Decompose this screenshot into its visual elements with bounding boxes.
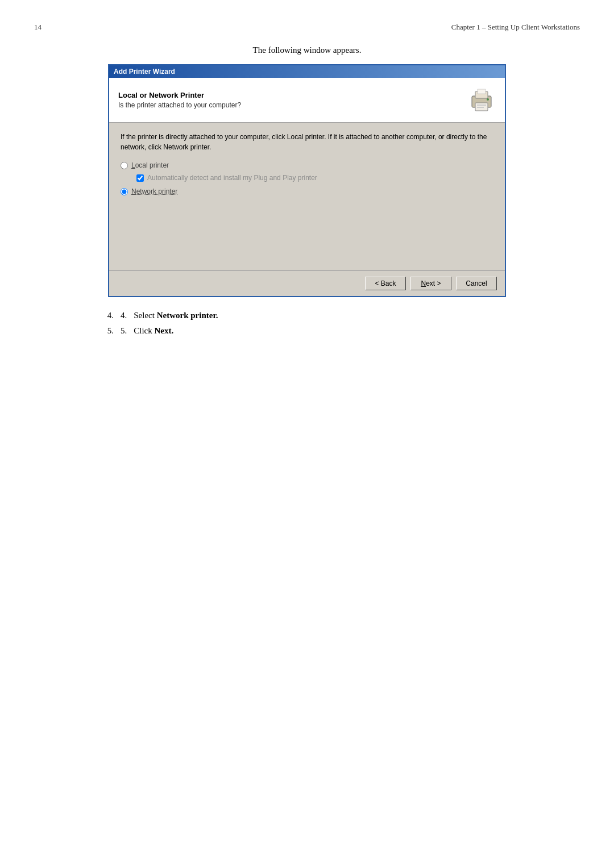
auto-detect-label: Automatically detect and install my Plug…	[147, 174, 317, 182]
network-printer-radio[interactable]	[121, 188, 128, 195]
svg-rect-3	[477, 105, 486, 106]
auto-detect-checkbox[interactable]	[136, 174, 144, 182]
cancel-button[interactable]: Cancel	[456, 277, 497, 290]
back-button[interactable]: < Back	[365, 277, 406, 290]
page-header: 14 Chapter 1 – Setting Up Client Worksta…	[34, 23, 580, 32]
instructions: 4. Select Network printer. 5. Click Next…	[34, 311, 580, 336]
chapter-title: Chapter 1 – Setting Up Client Workstatio…	[451, 23, 580, 32]
svg-point-5	[487, 98, 489, 101]
dialog-content: If the printer is directly attached to y…	[109, 123, 505, 270]
dialog-header-text: Local or Network Printer Is the printer …	[118, 91, 241, 109]
auto-detect-option[interactable]: Automatically detect and install my Plug…	[136, 174, 493, 182]
dialog-header-section: Local or Network Printer Is the printer …	[109, 78, 505, 123]
local-printer-option[interactable]: Local printer	[121, 161, 493, 169]
network-printer-label[interactable]: Network printer	[131, 187, 177, 195]
dialog-titlebar: Add Printer Wizard	[109, 65, 505, 78]
local-printer-label[interactable]: Local printer	[131, 161, 169, 169]
add-printer-wizard-dialog: Add Printer Wizard Local or Network Prin…	[108, 64, 506, 297]
instruction-step-5: 5. Click Next.	[102, 326, 580, 336]
instruction-step-4: 4. Select Network printer.	[102, 311, 580, 320]
intro-text: The following window appears.	[34, 45, 580, 55]
instruction-list: 4. Select Network printer. 5. Click Next…	[102, 311, 580, 336]
printer-icon	[467, 86, 496, 114]
network-printer-option[interactable]: Network printer	[121, 187, 493, 195]
dialog-footer: < Back Next > Cancel	[109, 270, 505, 296]
svg-rect-4	[477, 107, 484, 108]
dialog-title: Add Printer Wizard	[114, 68, 175, 76]
dialog-description: If the printer is directly attached to y…	[121, 132, 493, 152]
local-printer-radio[interactable]	[121, 162, 128, 169]
next-button[interactable]: Next >	[410, 277, 451, 290]
svg-rect-6	[478, 89, 486, 94]
dialog-subheading: Is the printer attached to your computer…	[118, 101, 241, 109]
page-number: 14	[34, 23, 42, 32]
dialog-heading: Local or Network Printer	[118, 91, 241, 99]
